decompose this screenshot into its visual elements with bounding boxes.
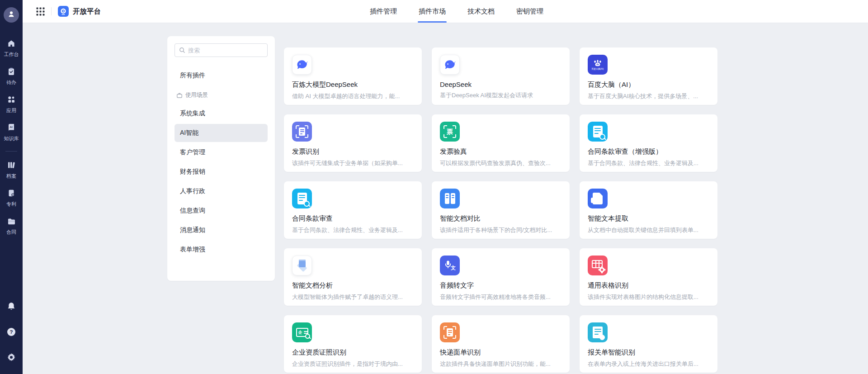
text-extract-icon: T — [588, 189, 608, 208]
sidebar-item-workbench[interactable]: 工作台 — [0, 38, 23, 59]
tab-technical-docs[interactable]: 技术文档 — [467, 0, 495, 23]
notifications-button[interactable] — [7, 302, 16, 313]
plugin-name: 百度大脑（AI） — [588, 80, 709, 89]
plugin-card[interactable]: 文 音频转文字 音频转文字插件可高效精准地将各类音频... — [432, 248, 570, 306]
table-ocr-icon — [588, 256, 608, 275]
plugin-card[interactable]: 通用表格识别 该插件实现对表格图片的结构化信息提取... — [580, 248, 717, 306]
filter-all-plugins[interactable]: 所有插件 — [175, 67, 268, 84]
category-item[interactable]: 消息通知 — [175, 221, 268, 239]
sidebar-item-archive[interactable]: 档案 — [0, 160, 23, 180]
sidebar-item-apps[interactable]: 应用 — [0, 94, 23, 115]
plugin-card[interactable]: 发票识别 该插件可无缝集成于业务单据（如采购单... — [284, 114, 422, 172]
main-region: 开放平台 插件管理 插件市场 技术文档 密钥管理 所有插件 — [23, 0, 868, 374]
plugin-card[interactable]: 票 发票验真 可以根据发票代码查验发票真伪、查验次... — [432, 114, 570, 172]
plugin-desc: 音频转文字插件可高效精准地将各类音频... — [440, 293, 561, 301]
brand-area: 开放平台 — [36, 6, 101, 17]
help-button[interactable]: ? — [6, 327, 16, 339]
plugin-desc: 基于合同条款、法律合规性、业务逻辑及... — [292, 226, 414, 234]
plugin-desc: 借助 AI 大模型卓越的语言处理能力，能... — [292, 92, 414, 100]
category-item[interactable]: 系统集成 — [175, 104, 268, 123]
sidebar-nav: 工作台 待办 应用 AI 知识库 档案 专利 — [0, 38, 23, 237]
plugin-desc: 这款插件具备快递面单图片识别功能，能... — [440, 360, 561, 368]
sidebar-bottom: ? — [0, 302, 23, 364]
svg-text:du: du — [596, 63, 599, 66]
category-item[interactable]: 财务报销 — [175, 163, 268, 181]
open-platform-logo-icon — [58, 6, 69, 17]
sidebar-item-label: 知识库 — [4, 135, 19, 142]
plugin-desc: 该插件适用于各种场景下的合同/文档对比... — [440, 226, 561, 234]
plugin-card[interactable]: 智能文档对比 该插件适用于各种场景下的合同/文档对比... — [432, 181, 570, 239]
plugin-name: 智能文本提取 — [588, 214, 709, 223]
plugin-desc: 该插件实现对表格图片的结构化信息提取... — [588, 293, 709, 301]
plugin-card[interactable]: 合同条款审查 基于合同条款、法律合规性、业务逻辑及... — [284, 181, 422, 239]
sidebar-item-label: 待办 — [6, 79, 16, 86]
tab-plugin-management[interactable]: 插件管理 — [370, 0, 397, 23]
sidebar-item-label: 工作台 — [4, 51, 19, 58]
knowledge-base-icon: AI — [7, 123, 16, 134]
group-label-text: 使用场景 — [185, 91, 208, 99]
sidebar-item-contract[interactable]: 合同 — [0, 216, 23, 237]
plugin-desc: 大模型智能体为插件赋予了卓越的语义理... — [292, 293, 414, 301]
baidu-brain-icon: du 百度大脑(AI) — [588, 55, 608, 75]
plugin-card[interactable]: 智能文档分析 大模型智能体为插件赋予了卓越的语义理... — [284, 248, 422, 306]
plugin-desc: 基于DeepSeek AI模型发起会话请求 — [440, 91, 561, 99]
plugin-card[interactable]: 快递面单识别 这款插件具备快递面单图片识别功能，能... — [432, 315, 570, 373]
plugin-card[interactable]: › 报关单智能识别 在表单内录入或上传海关进出口报关单后... — [580, 315, 717, 373]
home-icon — [7, 39, 16, 50]
plugin-card[interactable]: 企 企业资质证照识别 企业资质证照识别插件，是指对于境内由... — [284, 315, 422, 373]
plugin-market-page: 所有插件 使用场景 系统集成 AI智能 客户管理 财务报销 人事行政 信息查询 … — [23, 23, 868, 374]
tab-plugin-marketplace[interactable]: 插件市场 — [419, 0, 446, 23]
apps-launcher-icon[interactable] — [36, 7, 45, 16]
deepseek-whale-icon — [292, 55, 312, 75]
plugin-card[interactable]: 百炼大模型DeepSeek 借助 AI 大模型卓越的语言处理能力，能... — [284, 47, 422, 105]
category-item[interactable]: 信息查询 — [175, 202, 268, 220]
doc-compare-icon — [440, 189, 460, 208]
filter-panel: 所有插件 使用场景 系统集成 AI智能 客户管理 财务报销 人事行政 信息查询 … — [167, 36, 275, 281]
category-item[interactable]: 客户管理 — [175, 143, 268, 161]
customs-ocr-icon: › — [588, 322, 608, 342]
contract-review-icon — [292, 189, 312, 208]
waybill-ocr-icon — [440, 322, 460, 342]
plugin-card[interactable]: T 智能文本提取 从文档中自动提取关键信息并回填到表单... — [580, 181, 717, 239]
todo-clipboard-icon — [7, 67, 16, 78]
user-avatar[interactable] — [4, 7, 19, 23]
settings-gear-icon — [6, 352, 16, 364]
plugin-card[interactable]: DeepSeek 基于DeepSeek AI模型发起会话请求 — [432, 47, 570, 105]
briefcase-icon — [176, 92, 183, 99]
divider — [51, 7, 52, 15]
doc-analysis-icon — [292, 256, 312, 275]
sidebar-divider — [5, 151, 17, 151]
plugin-desc: 企业资质证照识别插件，是指对于境内由... — [292, 360, 414, 368]
plugin-name: 发票识别 — [292, 147, 414, 156]
plugin-name: 百炼大模型DeepSeek — [292, 80, 414, 89]
search-box — [175, 43, 268, 57]
plugin-name: 通用表格识别 — [588, 281, 709, 290]
category-item[interactable]: 表单增强 — [175, 241, 268, 259]
plugin-card[interactable]: du 百度大脑(AI) 百度大脑（AI） 基于百度大脑AI核心技术，提供多场景、… — [580, 47, 717, 105]
person-icon — [7, 10, 15, 20]
tab-key-management[interactable]: 密钥管理 — [516, 0, 543, 23]
sidebar-item-label: 应用 — [6, 107, 16, 114]
plugin-desc: 在表单内录入或上传海关进出口报关单后... — [588, 360, 709, 368]
sidebar-item-label: 合同 — [6, 229, 16, 236]
settings-button[interactable] — [6, 352, 16, 364]
topbar: 开放平台 插件管理 插件市场 技术文档 密钥管理 — [23, 0, 868, 23]
plugin-card[interactable]: 合同条款审查（增强版） 基于合同条款、法律合规性、业务逻辑及... — [580, 114, 717, 172]
sidebar-item-knowledge-base[interactable]: AI 知识库 — [0, 122, 23, 143]
filter-group-usage-scenes: 使用场景 — [175, 88, 268, 103]
search-icon — [179, 47, 185, 53]
top-tabs: 插件管理 插件市场 技术文档 密钥管理 — [370, 0, 543, 23]
search-input[interactable] — [188, 47, 263, 54]
sidebar-item-patent[interactable]: 专利 — [0, 188, 23, 208]
sidebar-item-todo[interactable]: 待办 — [0, 66, 23, 87]
plugin-desc: 从文档中自动提取关键信息并回填到表单... — [588, 226, 709, 234]
audio-to-text-icon: 文 — [440, 256, 460, 275]
invoice-ocr-icon — [292, 122, 312, 142]
deepseek-whale-icon — [440, 55, 460, 75]
plugin-name: 智能文档分析 — [292, 281, 414, 290]
category-item-selected[interactable]: AI智能 — [175, 124, 268, 142]
plugin-desc: 基于百度大脑AI核心技术，提供多场景、... — [588, 92, 709, 100]
category-item[interactable]: 人事行政 — [175, 182, 268, 200]
license-ocr-icon: 企 — [292, 322, 312, 342]
contract-review-icon — [588, 122, 608, 142]
